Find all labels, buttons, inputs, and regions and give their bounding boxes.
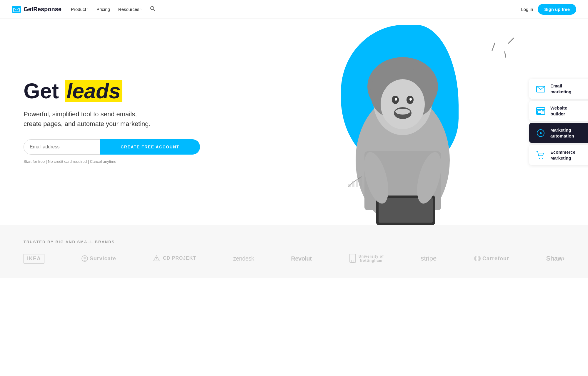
nav-resources[interactable]: Resources › [118, 7, 141, 12]
hero-content: Get leads Powerful, simplified tool to s… [0, 19, 323, 225]
navbar: GetResponse Product › Pricing Resources … [0, 0, 588, 19]
svg-point-35 [539, 158, 540, 159]
heading-highlight: leads [65, 80, 122, 102]
svg-point-46 [476, 256, 479, 261]
svg-rect-29 [537, 111, 541, 114]
navbar-right: Log in Sign up free [521, 4, 576, 15]
hero-visual: Emailmarketing › Websitebuilder › [323, 19, 588, 225]
navbar-left: GetResponse Product › Pricing Resources … [12, 6, 156, 13]
email-form: CREATE FREE ACCOUNT [24, 139, 200, 155]
dash-1 [492, 42, 495, 51]
nav-items: Product › Pricing Resources › [71, 6, 156, 13]
email-marketing-icon [535, 83, 546, 95]
search-icon[interactable] [150, 6, 156, 13]
brand-survicate: Survicate [81, 255, 116, 262]
email-input[interactable] [24, 139, 100, 155]
svg-rect-41 [350, 254, 356, 262]
brand-nottingham: University ofNottingham [349, 254, 384, 264]
brand-ikea: IKEA [24, 254, 44, 264]
logo[interactable]: GetResponse [12, 6, 61, 13]
svg-point-21 [409, 98, 412, 101]
feature-cards: Emailmarketing › Websitebuilder › [529, 79, 588, 165]
hero-subtext: Powerful, simplified tool to send emails… [24, 109, 188, 129]
login-button[interactable]: Log in [521, 7, 533, 12]
fine-print: Start for free | No credit card required… [24, 159, 312, 164]
brand-zendesk: zendesk [233, 255, 254, 262]
svg-point-1 [151, 6, 154, 10]
signup-button[interactable]: Sign up free [538, 4, 576, 15]
chart-icon [347, 174, 364, 190]
svg-line-2 [154, 9, 155, 11]
ecommerce-marketing-icon [535, 150, 546, 161]
svg-point-20 [395, 98, 397, 101]
feature-card-email-marketing[interactable]: Emailmarketing › [529, 79, 588, 99]
svg-point-17 [395, 109, 410, 115]
website-builder-label: Websitebuilder [550, 105, 567, 117]
nav-pricing[interactable]: Pricing [96, 7, 110, 12]
svg-point-15 [381, 79, 425, 129]
feature-card-ecommerce-marketing[interactable]: EcommerceMarketing › [529, 145, 588, 165]
product-arrow: › [87, 8, 88, 11]
svg-rect-4 [352, 181, 354, 187]
getresponse-icon [13, 7, 20, 12]
brand-logos: IKEA Survicate CD PROJEKT zendesk Revolu… [24, 254, 564, 264]
brand-carrefour: Carrefour [474, 255, 509, 262]
brand-stripe: stripe [421, 255, 437, 262]
svg-rect-5 [356, 179, 358, 187]
email-marketing-label: Emailmarketing [550, 83, 572, 95]
svg-rect-3 [348, 184, 351, 187]
svg-point-36 [542, 158, 543, 159]
brand-revolut: Revolut [291, 255, 312, 262]
brand-cdprojekt: CD PROJEKT [153, 255, 196, 262]
marketing-automation-label: Marketingautomation [550, 127, 574, 139]
ecommerce-marketing-label: EcommerceMarketing [550, 149, 575, 161]
svg-marker-34 [540, 132, 542, 135]
marketing-automation-icon [535, 127, 546, 139]
svg-point-38 [84, 257, 86, 259]
logo-text: GetResponse [24, 6, 61, 13]
dash-2 [504, 51, 506, 58]
svg-rect-6 [360, 177, 362, 187]
feature-card-marketing-automation[interactable]: Marketingautomation › [529, 123, 588, 143]
create-account-button[interactable]: CREATE FREE ACCOUNT [100, 139, 200, 155]
dash-3 [508, 37, 514, 44]
trusted-section: TRUSTED BY BIG AND SMALL BRANDS IKEA Sur… [0, 225, 588, 278]
logo-icon [12, 6, 21, 13]
hero-section: Get leads Powerful, simplified tool to s… [0, 19, 588, 225]
trusted-label: TRUSTED BY BIG AND SMALL BRANDS [24, 240, 564, 244]
feature-card-website-builder[interactable]: Websitebuilder › [529, 101, 588, 121]
resources-arrow: › [141, 8, 141, 11]
website-builder-icon [535, 105, 546, 117]
hero-heading: Get leads [24, 80, 312, 102]
nav-product[interactable]: Product › [71, 7, 88, 12]
person-image [335, 42, 470, 225]
svg-rect-43 [352, 260, 354, 262]
brand-shaw: Shaw› [546, 255, 564, 262]
